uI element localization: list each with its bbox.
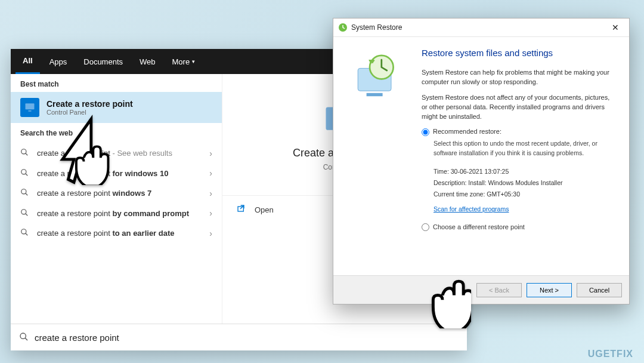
different-restore-radio[interactable] bbox=[422, 223, 429, 231]
tab-all[interactable]: All bbox=[16, 49, 40, 74]
close-button[interactable]: ✕ bbox=[606, 23, 624, 32]
web-result-text: create a restore point windows 7 bbox=[37, 188, 202, 199]
chevron-right-icon: › bbox=[209, 189, 212, 198]
search-web-label: Search the web bbox=[11, 123, 222, 141]
best-match-item[interactable]: Create a restore point Control Panel bbox=[11, 92, 222, 123]
restore-p1: System Restore can help fix problems tha… bbox=[422, 68, 617, 87]
search-icon bbox=[19, 332, 29, 343]
different-restore-block: Choose a different restore point bbox=[422, 223, 617, 232]
chevron-down-icon: ▾ bbox=[192, 59, 195, 64]
recommended-restore-label: Recommended restore: bbox=[433, 127, 501, 137]
cancel-button[interactable]: Cancel bbox=[577, 283, 622, 297]
svg-point-6 bbox=[21, 189, 26, 194]
svg-rect-0 bbox=[26, 103, 35, 109]
open-icon bbox=[237, 204, 246, 216]
watermark: UGETFIX bbox=[588, 349, 633, 359]
svg-line-7 bbox=[26, 193, 28, 196]
restore-timezone: Current time zone: GMT+05:30 bbox=[434, 190, 617, 199]
best-match-label: Best match bbox=[11, 74, 222, 92]
tab-more-label: More bbox=[172, 57, 190, 66]
restore-time: Time: 30-06-2021 13:07:25 bbox=[434, 167, 617, 176]
web-result-4[interactable]: create a restore point to an earlier dat… bbox=[11, 223, 222, 244]
svg-line-5 bbox=[26, 174, 28, 176]
tab-more[interactable]: More▾ bbox=[165, 49, 203, 74]
recommended-restore-option[interactable]: Recommended restore: bbox=[422, 127, 617, 137]
chevron-right-icon: › bbox=[209, 168, 212, 178]
monitor-icon bbox=[20, 98, 39, 117]
next-button[interactable]: Next > bbox=[527, 283, 572, 297]
restore-info: Time: 30-06-2021 13:07:25 Description: I… bbox=[434, 167, 617, 214]
web-results: create a restore point - See web results… bbox=[11, 141, 222, 246]
web-result-3[interactable]: create a restore point by command prompt… bbox=[11, 204, 222, 224]
tab-apps[interactable]: Apps bbox=[42, 49, 75, 74]
best-match-subtitle: Control Panel bbox=[47, 109, 133, 116]
search-icon bbox=[20, 168, 30, 179]
svg-line-17 bbox=[25, 338, 27, 340]
recommended-restore-radio[interactable] bbox=[422, 128, 429, 136]
chevron-right-icon: › bbox=[209, 149, 212, 158]
search-icon bbox=[20, 148, 30, 158]
svg-point-4 bbox=[21, 170, 26, 174]
web-result-text: create a restore point for windows 10 bbox=[37, 168, 202, 179]
search-results-left: Best match Create a restore point Contro… bbox=[11, 74, 222, 324]
system-restore-dialog: System Restore ✕ Restore system files an… bbox=[333, 18, 630, 304]
recommended-restore-block: Recommended restore: Select this option … bbox=[422, 127, 617, 214]
restore-heading: Restore system files and settings bbox=[422, 47, 617, 60]
back-button[interactable]: < Back bbox=[476, 283, 522, 297]
restore-body: Restore system files and settings System… bbox=[333, 36, 629, 275]
svg-line-9 bbox=[26, 214, 28, 216]
best-match-title: Create a restore point bbox=[47, 99, 133, 109]
web-result-text: create a restore point - See web results bbox=[37, 148, 202, 159]
search-input-bar bbox=[11, 324, 467, 350]
tab-documents[interactable]: Documents bbox=[76, 49, 130, 74]
chevron-right-icon: › bbox=[209, 229, 212, 238]
search-icon bbox=[20, 188, 30, 198]
chevron-right-icon: › bbox=[209, 208, 212, 218]
restore-icon bbox=[338, 23, 348, 32]
web-result-1[interactable]: create a restore point for windows 10 › bbox=[11, 164, 222, 184]
restore-content: Restore system files and settings System… bbox=[417, 37, 629, 275]
svg-point-10 bbox=[21, 229, 26, 234]
svg-line-3 bbox=[26, 153, 28, 156]
svg-line-11 bbox=[26, 233, 28, 236]
restore-description: Description: Install: Windows Modules In… bbox=[434, 179, 617, 187]
titlebar: System Restore ✕ bbox=[333, 19, 629, 36]
scan-affected-link[interactable]: Scan for affected programs bbox=[434, 205, 509, 213]
web-result-text: create a restore point by command prompt bbox=[37, 208, 202, 219]
different-restore-label: Choose a different restore point bbox=[433, 223, 525, 232]
svg-point-2 bbox=[21, 149, 26, 154]
svg-rect-1 bbox=[29, 110, 32, 112]
web-result-text: create a restore point to an earlier dat… bbox=[37, 228, 202, 239]
different-restore-option[interactable]: Choose a different restore point bbox=[422, 223, 617, 232]
window-title: System Restore bbox=[351, 23, 402, 32]
tab-web[interactable]: Web bbox=[132, 49, 163, 74]
svg-point-8 bbox=[21, 210, 26, 214]
web-result-0[interactable]: create a restore point - See web results… bbox=[11, 143, 222, 164]
svg-rect-20 bbox=[367, 93, 383, 96]
web-result-2[interactable]: create a restore point windows 7 › bbox=[11, 183, 222, 204]
dialog-button-bar: < Back Next > Cancel bbox=[333, 275, 629, 304]
search-icon bbox=[20, 208, 30, 219]
open-label: Open bbox=[255, 205, 274, 214]
search-icon bbox=[20, 228, 30, 238]
restore-p2: System Restore does not affect any of yo… bbox=[422, 93, 617, 122]
search-input[interactable] bbox=[35, 333, 459, 343]
svg-point-16 bbox=[20, 333, 26, 339]
recommended-restore-desc: Select this option to undo the most rece… bbox=[434, 139, 617, 157]
restore-sidebar-graphic bbox=[333, 37, 417, 275]
